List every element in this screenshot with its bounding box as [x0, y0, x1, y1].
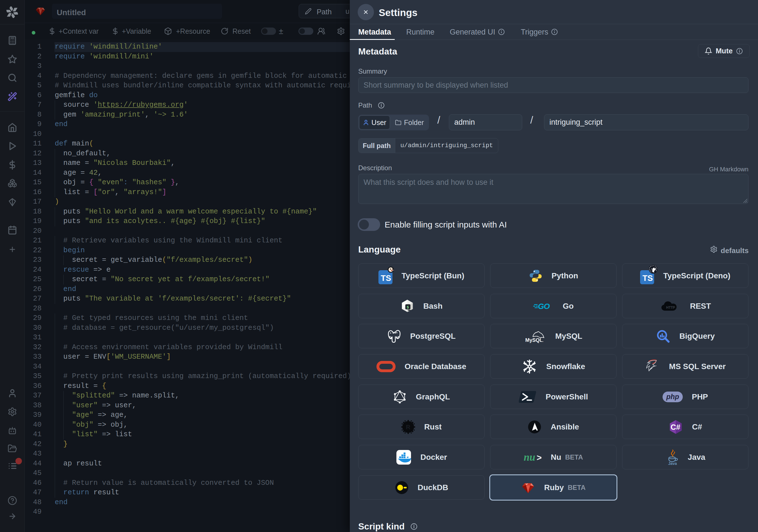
svg-text:$: $: [406, 305, 409, 309]
svg-text:R: R: [406, 424, 410, 431]
svg-text:HTTP: HTTP: [666, 305, 675, 309]
svg-text:MySQL.: MySQL.: [525, 337, 543, 343]
svg-text:Java: Java: [668, 461, 677, 465]
svg-text:C#: C#: [671, 422, 680, 431]
svg-text:GO: GO: [538, 302, 550, 311]
